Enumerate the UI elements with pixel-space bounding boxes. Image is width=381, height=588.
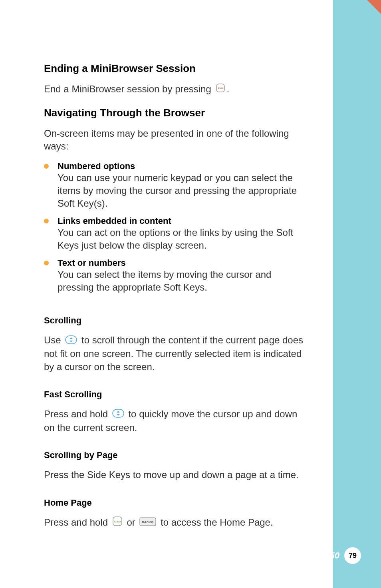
text-navigating-intro: On-screen items may be presented in one …: [44, 127, 309, 153]
text-scrolling: Use to scroll through the content if the…: [44, 334, 309, 373]
bullet-icon: [44, 261, 49, 265]
svg-rect-2: [65, 336, 77, 344]
bullet-body: You can select the items by moving the c…: [58, 268, 309, 294]
text-ending-session: End a MiniBrowser session by pressing EN…: [44, 83, 309, 96]
list-item: Numbered options You can use your numeri…: [44, 161, 309, 210]
heading-navigating: Navigating Through the Browser: [44, 107, 309, 119]
footer-page-number: 79: [344, 547, 361, 564]
bullet-body: You can use your numeric keypad or you c…: [58, 171, 309, 210]
bullet-icon: [44, 164, 49, 169]
page-content: Ending a MiniBrowser Session End a MiniB…: [0, 0, 333, 588]
bullet-content: Text or numbers You can select the items…: [58, 258, 309, 294]
text-fragment: .: [227, 84, 230, 94]
bullet-content: Links embedded in content You can act on…: [58, 216, 309, 252]
footer-model: AX4750: [308, 550, 339, 561]
bullet-title: Links embedded in content: [58, 216, 309, 226]
svg-marker-3: [69, 337, 73, 339]
text-fragment: or: [127, 517, 138, 528]
list-item: Links embedded in content You can act on…: [44, 216, 309, 252]
svg-marker-6: [117, 411, 120, 413]
text-fragment: to access the Home Page.: [161, 517, 273, 528]
bullet-list: Numbered options You can use your numeri…: [44, 161, 309, 300]
svg-rect-5: [113, 409, 124, 417]
text-fragment: Press and hold: [44, 409, 111, 419]
nav-up-down-icon: [112, 408, 124, 421]
text-fast-scrolling: Press and hold to quickly move the curso…: [44, 408, 309, 434]
page-footer: AX4750 79: [308, 547, 361, 564]
svg-text:END: END: [218, 87, 223, 90]
heading-scrolling: Scrolling: [44, 315, 309, 326]
bullet-icon: [44, 219, 49, 223]
svg-marker-7: [117, 414, 120, 416]
back-key-icon: BACK⊘: [139, 516, 156, 529]
bullet-body: You can act on the options or the links …: [58, 226, 309, 252]
text-fragment: to scroll through the content if the cur…: [44, 335, 303, 372]
heading-fast-scrolling: Fast Scrolling: [44, 389, 309, 400]
text-home-page: Press and hold SEND or BACK⊘ to access t…: [44, 516, 309, 530]
text-scrolling-page: Press the Side Keys to move up and down …: [44, 468, 309, 481]
heading-scrolling-page: Scrolling by Page: [44, 450, 309, 460]
heading-ending-session: Ending a MiniBrowser Session: [44, 62, 309, 75]
heading-home-page: Home Page: [44, 498, 309, 508]
text-fragment: Use: [44, 335, 64, 345]
nav-up-down-icon: [65, 335, 77, 347]
bullet-content: Numbered options You can use your numeri…: [58, 161, 309, 210]
svg-text:SEND: SEND: [114, 520, 121, 523]
text-fragment: End a MiniBrowser session by pressing: [44, 84, 214, 94]
svg-text:BACK⊘: BACK⊘: [142, 520, 154, 524]
send-key-icon: SEND: [112, 516, 123, 530]
text-fragment: Press and hold: [44, 517, 111, 528]
list-item: Text or numbers You can select the items…: [44, 258, 309, 294]
bullet-title: Text or numbers: [58, 258, 309, 268]
side-band: [333, 0, 381, 588]
corner-cut-icon: [367, 0, 381, 14]
bullet-title: Numbered options: [58, 161, 309, 171]
end-key-icon: END: [216, 83, 225, 96]
svg-marker-4: [69, 341, 73, 342]
